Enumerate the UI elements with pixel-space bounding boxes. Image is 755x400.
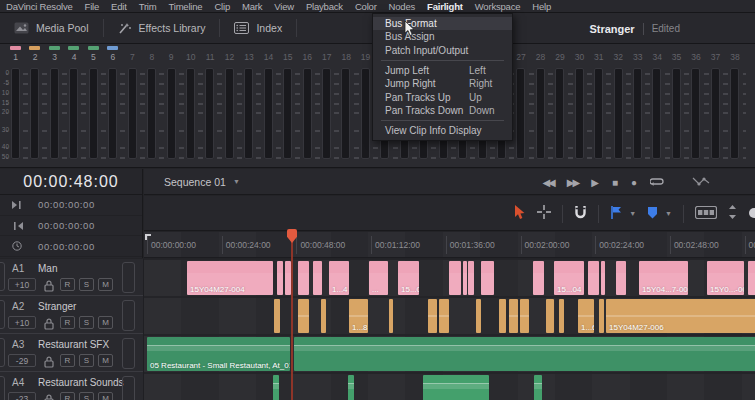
track-gain-value[interactable]: +10 xyxy=(8,278,36,291)
timeline-ruler[interactable]: 00:00:00:0000:00:24:0000:00:48:0000:01:1… xyxy=(144,232,755,258)
fast-forward-button[interactable]: ▶▶ xyxy=(567,177,578,188)
menubar-item-color[interactable]: Color xyxy=(349,1,383,12)
menu-item-jump-left[interactable]: Jump LeftLeft xyxy=(373,64,512,77)
track-mute-button[interactable]: M xyxy=(98,354,113,367)
audio-clip[interactable] xyxy=(534,375,542,400)
snapping-magnet-tool[interactable] xyxy=(574,205,587,223)
menubar-item-trim[interactable]: Trim xyxy=(133,1,163,12)
track-gain-value[interactable]: -29 xyxy=(8,354,36,367)
menu-item-bus-format[interactable]: Bus Format xyxy=(373,17,512,30)
audio-clip[interactable] xyxy=(294,337,755,371)
audio-clip[interactable] xyxy=(313,261,322,295)
menu-item-pan-tracks-down[interactable]: Pan Tracks DownDown xyxy=(373,104,512,117)
menu-item-pan-tracks-up[interactable]: Pan Tracks UpUp xyxy=(373,90,512,103)
menu-item-bus-assign[interactable]: Bus Assign xyxy=(373,30,512,43)
menubar-item-help[interactable]: Help xyxy=(526,1,557,12)
track-solo-button[interactable]: S xyxy=(79,354,94,367)
track-height-tool[interactable] xyxy=(728,205,737,223)
menubar-item-nodes[interactable]: Nodes xyxy=(383,1,421,12)
audio-clip[interactable] xyxy=(481,261,494,295)
toolbar-button-index[interactable]: Index xyxy=(220,13,296,43)
track-record-arm-button[interactable]: R xyxy=(60,316,75,329)
menubar-item-view[interactable]: View xyxy=(268,1,300,12)
audio-clip[interactable] xyxy=(428,299,437,333)
menubar-item-file[interactable]: File xyxy=(79,1,106,12)
track-record-arm-button[interactable]: R xyxy=(60,392,75,400)
audio-clip[interactable] xyxy=(389,299,393,333)
audio-clip[interactable]: 15Y0...-005 xyxy=(707,261,744,295)
track-solo-button[interactable]: S xyxy=(79,316,94,329)
audio-clip[interactable] xyxy=(449,261,461,295)
menubar-item-edit[interactable]: Edit xyxy=(105,1,133,12)
menubar-item-playback[interactable]: Playback xyxy=(300,1,349,12)
audio-clip[interactable] xyxy=(439,299,449,333)
audio-clip[interactable] xyxy=(533,261,544,295)
audio-clip[interactable] xyxy=(499,299,506,333)
record-button[interactable]: ● xyxy=(631,177,637,188)
audio-clip[interactable]: ... xyxy=(369,261,388,295)
audio-clip[interactable]: 15...04 xyxy=(398,261,419,295)
toolbar-button-media-pool[interactable]: Media Pool xyxy=(0,13,103,43)
audio-clip[interactable]: 1...8 xyxy=(349,299,368,333)
menubar-item-fairlight[interactable]: Fairlight xyxy=(421,1,469,12)
audio-clip[interactable] xyxy=(601,261,605,295)
audio-clip[interactable]: 1...6 xyxy=(578,299,594,333)
audio-clip[interactable] xyxy=(616,261,626,295)
track-gain-value[interactable]: -23 xyxy=(8,392,36,400)
audio-clip[interactable] xyxy=(520,299,529,333)
track-gain-value[interactable]: +10 xyxy=(8,316,36,329)
audio-clip[interactable]: 15Y04M27-006 xyxy=(606,299,755,333)
marker-tool[interactable] xyxy=(647,205,658,223)
audio-clip[interactable] xyxy=(546,299,554,333)
track-mute-button[interactable]: M xyxy=(98,278,113,291)
play-button[interactable]: ▶ xyxy=(591,177,599,188)
lock-icon[interactable] xyxy=(44,316,54,334)
flag-tool[interactable] xyxy=(610,205,622,223)
audio-clip[interactable]: 1...4 xyxy=(329,261,349,295)
track-solo-button[interactable]: S xyxy=(79,278,94,291)
track-record-arm-button[interactable]: R xyxy=(60,354,75,367)
audio-clip[interactable] xyxy=(509,299,518,333)
track-solo-button[interactable]: S xyxy=(79,392,94,400)
audio-clip[interactable]: 15...04 xyxy=(554,261,584,295)
audio-clip[interactable] xyxy=(463,261,467,295)
range-select-tool[interactable] xyxy=(537,205,551,223)
menubar-item-mark[interactable]: Mark xyxy=(236,1,268,12)
audio-clip[interactable] xyxy=(476,299,481,333)
selection-arrow-tool[interactable] xyxy=(513,204,526,224)
audio-clip[interactable]: 15Y04...7-005 xyxy=(639,261,688,295)
audio-clip[interactable] xyxy=(298,261,309,295)
audio-clip[interactable] xyxy=(274,299,280,333)
audio-clip[interactable] xyxy=(468,261,474,295)
stop-button[interactable]: ■ xyxy=(612,177,618,188)
menu-item-patch-input-output[interactable]: Patch Input/Output xyxy=(373,44,512,57)
toolbar-button-effects-library[interactable]: Effects Library xyxy=(104,13,220,43)
track-mute-button[interactable]: M xyxy=(98,392,113,400)
flag-dropdown-chevron-icon[interactable]: ▼ xyxy=(629,210,636,217)
sequence-selector[interactable]: Sequence 01 xyxy=(164,176,226,188)
lock-icon[interactable] xyxy=(44,392,54,400)
filmstrip-tool[interactable] xyxy=(695,205,717,223)
marker-dropdown-chevron-icon[interactable]: ▼ xyxy=(665,210,672,217)
menu-item-view-clip-info-display[interactable]: View Clip Info Display xyxy=(373,124,512,137)
audio-clip[interactable] xyxy=(277,261,283,295)
track-record-arm-button[interactable]: R xyxy=(60,278,75,291)
audio-clip[interactable] xyxy=(298,299,309,333)
menubar-item-davinci-resolve[interactable]: DaVinci Resolve xyxy=(0,1,79,12)
audio-clip[interactable] xyxy=(321,299,326,333)
audio-clip[interactable] xyxy=(748,261,755,295)
audio-clip[interactable] xyxy=(273,375,279,400)
audio-clip[interactable] xyxy=(588,261,599,295)
track-mute-button[interactable]: M xyxy=(98,316,113,329)
audio-clip[interactable]: 15Y04M27-004 xyxy=(187,261,273,295)
audio-clip[interactable] xyxy=(559,299,564,333)
zoom-knob-tool[interactable] xyxy=(748,205,755,223)
lock-icon[interactable] xyxy=(44,278,54,296)
rewind-button[interactable]: ◀◀ xyxy=(542,177,553,188)
loop-button[interactable] xyxy=(650,173,665,191)
audio-clip[interactable] xyxy=(348,375,354,400)
audio-clip[interactable]: 05 Restaurant - Small Restautant, At_01 xyxy=(147,337,290,371)
menubar-item-clip[interactable]: Clip xyxy=(208,1,236,12)
audio-clip[interactable] xyxy=(599,299,604,333)
menu-item-jump-right[interactable]: Jump RightRight xyxy=(373,77,512,90)
